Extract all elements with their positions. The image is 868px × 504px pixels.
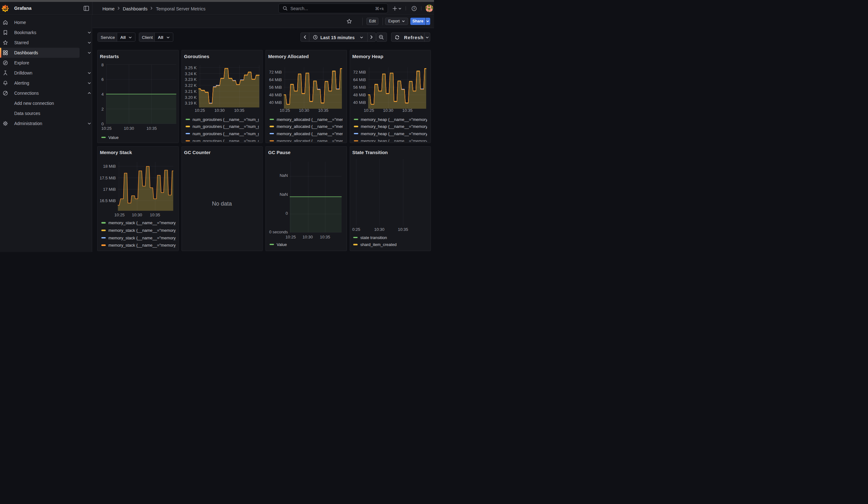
svg-text:?: ?	[413, 7, 415, 10]
